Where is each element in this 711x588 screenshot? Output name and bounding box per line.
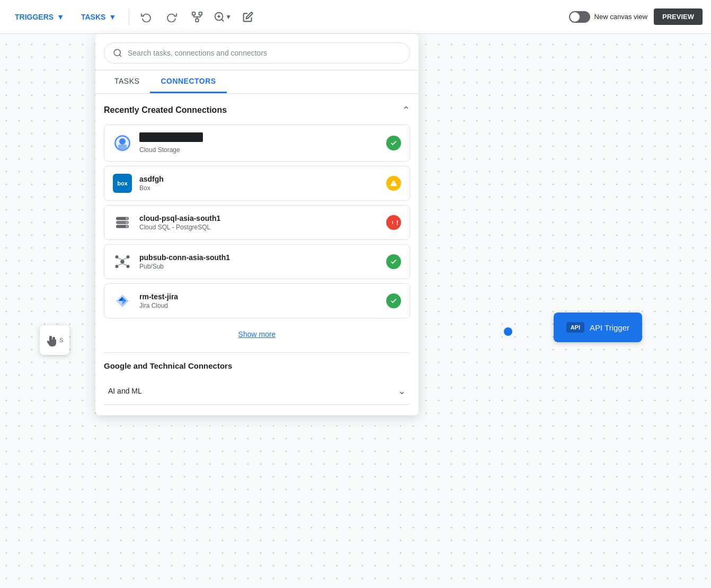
- api-badge: API: [566, 322, 584, 333]
- new-canvas-toggle[interactable]: [569, 11, 590, 23]
- preview-button[interactable]: PREVIEW: [654, 8, 703, 25]
- jira-info: rm-test-jira Jira Cloud: [139, 292, 379, 309]
- svg-text:!: !: [392, 220, 393, 225]
- tabs-row: TASKS CONNECTORS: [95, 70, 419, 94]
- connection-item-cloud-storage[interactable]: Cloud Storage: [104, 124, 410, 162]
- redo-button[interactable]: [161, 6, 182, 28]
- connection-item-pubsub[interactable]: pubsub-conn-asia-south1 Pub/Sub: [104, 244, 410, 279]
- pubsub-icon: [113, 252, 132, 271]
- box-icon-wrap: box: [113, 174, 132, 193]
- toolbar-separator-1: [129, 8, 129, 25]
- cloud-sql-icon-wrap: [113, 213, 132, 232]
- svg-line-31: [122, 258, 127, 260]
- svg-point-27: [127, 255, 130, 259]
- undo-button[interactable]: [136, 6, 157, 28]
- svg-rect-2: [196, 19, 199, 21]
- search-box: [104, 42, 410, 64]
- svg-point-26: [115, 255, 119, 259]
- cloud-storage-icon: [113, 133, 132, 153]
- tab-tasks[interactable]: TASKS: [104, 70, 150, 93]
- error-icon: !: [389, 219, 396, 226]
- ai-ml-label: AI and ML: [108, 387, 142, 395]
- pubsub-name: pubsub-conn-asia-south1: [139, 253, 379, 262]
- api-trigger-node[interactable]: API API Trigger: [554, 313, 642, 342]
- error-exclamation: !: [396, 219, 398, 227]
- tasks-label: TASKS: [81, 13, 105, 21]
- triggers-label: TRIGGERS: [15, 13, 54, 21]
- hand-icon: [46, 334, 58, 346]
- svg-point-29: [127, 265, 130, 268]
- checkmark-icon-3: [390, 297, 397, 305]
- svg-point-28: [115, 265, 119, 268]
- pubsub-status: [386, 254, 401, 269]
- hand-tool-label: S: [59, 337, 63, 343]
- network-button[interactable]: [186, 6, 208, 28]
- cloud-sql-info: cloud-psql-asia-south1 Cloud SQL - Postg…: [139, 214, 379, 231]
- box-icon: box: [113, 174, 132, 193]
- cloud-storage-info: Cloud Storage: [139, 132, 379, 154]
- triggers-chevron-icon: ▼: [57, 13, 64, 21]
- svg-line-33: [122, 264, 127, 265]
- trigger-connection-dot: [504, 327, 512, 336]
- toolbar-right: New canvas view PREVIEW: [569, 8, 703, 25]
- jira-icon: [113, 291, 132, 310]
- tasks-button[interactable]: TASKS ▼: [75, 8, 122, 25]
- checkmark-icon-2: [390, 258, 397, 265]
- jira-type: Jira Cloud: [139, 302, 379, 309]
- jira-status: [386, 293, 401, 308]
- checkmark-icon: [390, 139, 397, 147]
- ai-ml-chevron-icon: ⌄: [398, 385, 406, 397]
- svg-line-12: [119, 55, 121, 56]
- jira-name: rm-test-jira: [139, 292, 379, 301]
- box-info: asdfgh Box: [139, 175, 379, 192]
- connection-item-box[interactable]: box asdfgh Box: [104, 166, 410, 201]
- search-container: [95, 34, 419, 70]
- hand-tool-button[interactable]: S: [40, 325, 69, 355]
- tasks-chevron-icon: ▼: [109, 13, 116, 21]
- cloud-storage-icon-wrap: [113, 133, 132, 153]
- pubsub-icon-wrap: [113, 252, 132, 271]
- panel-content: Recently Created Connections ⌃ Cloud Sto…: [95, 94, 419, 415]
- api-trigger-label: API Trigger: [590, 323, 629, 332]
- connection-list: Cloud Storage box asdfgh Box: [104, 124, 410, 318]
- toolbar: TRIGGERS ▼ TASKS ▼: [0, 0, 711, 34]
- svg-rect-1: [199, 12, 202, 15]
- search-input[interactable]: [128, 49, 401, 57]
- pubsub-info: pubsub-conn-asia-south1 Pub/Sub: [139, 253, 379, 270]
- connection-item-cloud-sql[interactable]: cloud-psql-asia-south1 Cloud SQL - Postg…: [104, 205, 410, 240]
- box-name: asdfgh: [139, 175, 379, 183]
- svg-line-32: [118, 264, 122, 265]
- redo-icon: [166, 12, 177, 22]
- zoom-chevron: ▼: [225, 13, 232, 21]
- triggers-button[interactable]: TRIGGERS ▼: [8, 8, 70, 25]
- undo-icon: [141, 12, 152, 22]
- svg-point-21: [126, 221, 128, 224]
- cloud-sql-type: Cloud SQL - PostgreSQL: [139, 224, 379, 231]
- new-canvas-label: New canvas view: [594, 13, 647, 21]
- pubsub-type: Pub/Sub: [139, 263, 379, 270]
- recently-created-header: Recently Created Connections ⌃: [104, 104, 410, 116]
- show-more-link[interactable]: Show more: [104, 325, 410, 344]
- connection-item-jira[interactable]: rm-test-jira Jira Cloud: [104, 283, 410, 318]
- svg-point-22: [126, 225, 128, 228]
- search-icon: [113, 48, 122, 58]
- svg-point-20: [126, 217, 128, 220]
- category-ai-ml[interactable]: AI and ML ⌄: [104, 378, 410, 405]
- cloud-storage-name-redacted: [139, 132, 203, 142]
- tab-connectors[interactable]: CONNECTORS: [150, 70, 226, 93]
- jira-icon-wrap: [113, 291, 132, 310]
- collapse-icon[interactable]: ⌃: [402, 104, 410, 116]
- cloud-sql-status: ! !: [386, 215, 401, 230]
- svg-point-11: [114, 49, 120, 56]
- google-connectors-title: Google and Technical Connectors: [104, 361, 410, 370]
- connector-dropdown-panel: TASKS CONNECTORS Recently Created Connec…: [95, 34, 419, 415]
- cloud-sql-icon: [113, 213, 132, 232]
- toggle-container: New canvas view: [569, 11, 647, 23]
- warning-icon: [390, 180, 397, 187]
- svg-line-30: [118, 258, 122, 260]
- recently-created-title: Recently Created Connections: [104, 105, 227, 115]
- zoom-button[interactable]: ▼: [212, 6, 233, 28]
- edit-button[interactable]: [237, 6, 259, 28]
- network-icon: [191, 11, 203, 23]
- edit-icon: [243, 12, 253, 22]
